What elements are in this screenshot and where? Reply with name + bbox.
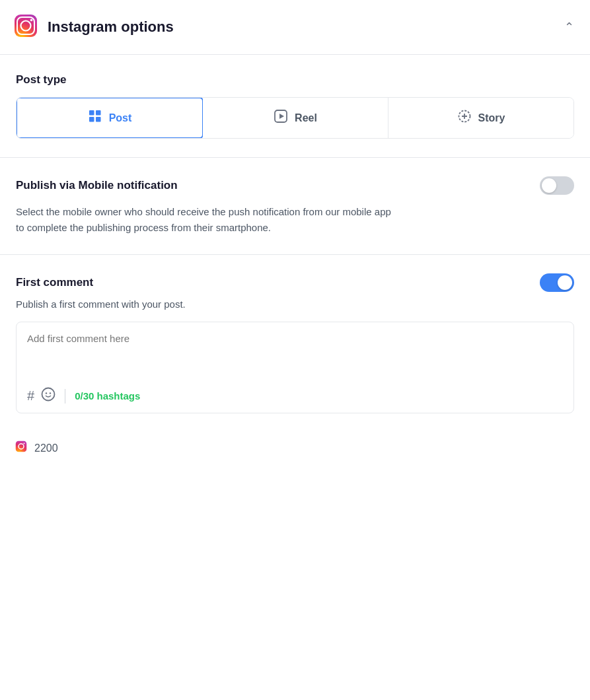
post-type-section: Post type Post xyxy=(0,55,590,158)
publish-mobile-section: Publish via Mobile notification Select t… xyxy=(0,158,590,255)
emoji-icon[interactable] xyxy=(41,387,55,405)
svg-point-16 xyxy=(50,392,51,394)
svg-rect-7 xyxy=(89,117,94,122)
toggle-knob-on xyxy=(558,275,572,290)
toggle-slider-on xyxy=(540,273,574,292)
post-grid-icon xyxy=(88,109,102,127)
tab-story-label: Story xyxy=(478,112,505,124)
svg-point-19 xyxy=(24,443,25,444)
tab-reel[interactable]: Reel xyxy=(203,98,388,138)
panel-title: Instagram options xyxy=(48,18,174,36)
instagram-icon xyxy=(13,13,38,41)
reel-icon xyxy=(274,109,288,127)
comment-textarea[interactable] xyxy=(27,333,563,372)
hashtag-icon[interactable]: # xyxy=(27,388,34,403)
toolbar-divider xyxy=(65,389,65,403)
collapse-icon[interactable]: ⌃ xyxy=(564,20,574,34)
publish-mobile-title: Publish via Mobile notification xyxy=(16,179,178,192)
svg-rect-0 xyxy=(15,15,37,37)
svg-rect-17 xyxy=(15,440,27,452)
first-comment-header: First comment xyxy=(16,273,574,292)
hashtag-count: 0/30 hashtags xyxy=(75,390,140,402)
first-comment-toggle[interactable] xyxy=(540,273,574,292)
svg-rect-5 xyxy=(89,110,94,116)
first-comment-section: First comment Publish a first comment wi… xyxy=(0,255,590,432)
panel-header: Instagram options ⌃ xyxy=(0,0,590,55)
publish-mobile-toggle[interactable] xyxy=(540,176,574,195)
tab-reel-label: Reel xyxy=(295,112,317,124)
svg-marker-10 xyxy=(279,114,284,119)
header-left: Instagram options xyxy=(13,13,174,41)
tab-post-label: Post xyxy=(109,112,132,124)
post-type-label: Post type xyxy=(16,73,574,87)
story-icon xyxy=(457,109,472,127)
tab-story[interactable]: Story xyxy=(388,98,573,138)
footer-instagram-icon xyxy=(15,440,28,456)
svg-rect-8 xyxy=(96,117,101,122)
instagram-options-panel: Instagram options ⌃ Post type Post xyxy=(0,0,590,467)
panel-footer: 2200 xyxy=(0,432,590,467)
comment-box: # 0/30 hashtags xyxy=(16,322,574,413)
svg-rect-6 xyxy=(96,110,101,116)
svg-point-15 xyxy=(46,392,47,394)
publish-header: Publish via Mobile notification xyxy=(16,176,574,195)
toggle-slider-off xyxy=(540,176,574,195)
svg-point-3 xyxy=(30,19,33,22)
toggle-knob xyxy=(542,178,556,193)
svg-point-14 xyxy=(42,388,55,401)
post-type-tabs: Post Reel xyxy=(16,97,574,139)
first-comment-title: First comment xyxy=(16,276,93,289)
footer-count: 2200 xyxy=(34,442,58,454)
tab-post[interactable]: Post xyxy=(16,97,203,139)
comment-toolbar: # 0/30 hashtags xyxy=(27,380,563,405)
publish-mobile-description: Select the mobile owner who should recei… xyxy=(16,204,399,236)
first-comment-description: Publish a first comment with your post. xyxy=(16,298,574,310)
